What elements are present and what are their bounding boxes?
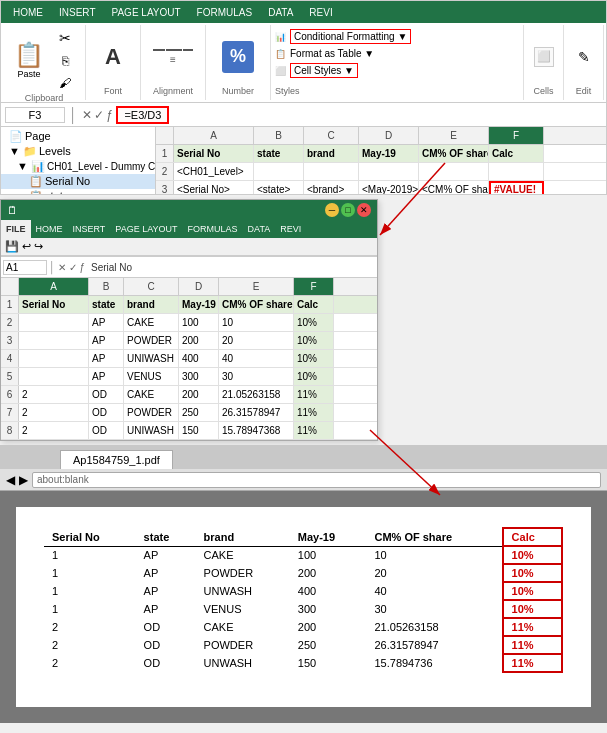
mini-cell-c2[interactable]: CAKE — [124, 314, 179, 331]
mini-tab-home[interactable]: HOME — [31, 222, 68, 236]
mini-tab-revi[interactable]: REVI — [275, 222, 306, 236]
mini-cell-f2[interactable]: 10% — [294, 314, 334, 331]
cell-c1[interactable]: brand — [304, 145, 359, 162]
confirm-formula-icon[interactable]: ✓ — [94, 108, 104, 122]
mini-cell-b8[interactable]: OD — [89, 422, 124, 439]
mini-cell-d1[interactable]: May-19 — [179, 296, 219, 313]
mini-cell-f8[interactable]: 11% — [294, 422, 334, 439]
mini-tab-file[interactable]: FILE — [1, 220, 31, 238]
mini-cell-b2[interactable]: AP — [89, 314, 124, 331]
mini-cell-c3[interactable]: POWDER — [124, 332, 179, 349]
cell-f3[interactable]: #VALUE! — [489, 181, 544, 195]
mini-cell-c5[interactable]: VENUS — [124, 368, 179, 385]
mini-cell-a8[interactable]: 2 — [19, 422, 89, 439]
conditional-formatting-button[interactable]: Conditional Formatting ▼ — [290, 29, 411, 44]
mini-cell-e3[interactable]: 20 — [219, 332, 294, 349]
cell-c3[interactable]: <brand> — [304, 181, 359, 195]
col-header-c[interactable]: C — [304, 127, 359, 144]
mini-cell-b7[interactable]: OD — [89, 404, 124, 421]
mini-col-f[interactable]: F — [294, 278, 334, 295]
mini-cell-e4[interactable]: 40 — [219, 350, 294, 367]
minimize-button[interactable]: ─ — [325, 203, 339, 217]
mini-tab-page-layout[interactable]: PAGE LAYOUT — [110, 222, 182, 236]
tab-data[interactable]: DATA — [260, 5, 301, 20]
cell-a1[interactable]: Serial No — [174, 145, 254, 162]
mini-cell-d2[interactable]: 100 — [179, 314, 219, 331]
browser-forward-icon[interactable]: ▶ — [19, 473, 28, 487]
cell-c2[interactable] — [304, 163, 359, 180]
mini-tab-data[interactable]: DATA — [243, 222, 276, 236]
insert-function-icon[interactable]: ƒ — [106, 108, 113, 122]
cell-a3[interactable]: <Serial No> — [174, 181, 254, 195]
cell-e3[interactable]: <CM% OF share> — [419, 181, 489, 195]
mini-cell-d3[interactable]: 200 — [179, 332, 219, 349]
mini-cell-f6[interactable]: 11% — [294, 386, 334, 403]
mini-cell-d4[interactable]: 400 — [179, 350, 219, 367]
mini-col-a[interactable]: A — [19, 278, 89, 295]
mini-cell-f7[interactable]: 11% — [294, 404, 334, 421]
mini-col-b[interactable]: B — [89, 278, 124, 295]
close-button[interactable]: ✕ — [357, 203, 371, 217]
mini-cell-f3[interactable]: 10% — [294, 332, 334, 349]
col-header-e[interactable]: E — [419, 127, 489, 144]
tab-formulas[interactable]: FORMULAS — [189, 5, 261, 20]
mini-cell-a4[interactable] — [19, 350, 89, 367]
mini-cell-e7[interactable]: 26.31578947 — [219, 404, 294, 421]
cell-styles-button[interactable]: Cell Styles ▼ — [290, 63, 358, 78]
cell-b2[interactable] — [254, 163, 304, 180]
tree-item-levels[interactable]: ▼ 📁Levels — [1, 144, 155, 159]
browser-back-icon[interactable]: ◀ — [6, 473, 15, 487]
mini-cell-d8[interactable]: 150 — [179, 422, 219, 439]
tree-item-page[interactable]: 📄Page — [1, 129, 155, 144]
col-header-d[interactable]: D — [359, 127, 419, 144]
mini-cell-c8[interactable]: UNIWASH — [124, 422, 179, 439]
mini-cell-e6[interactable]: 21.05263158 — [219, 386, 294, 403]
tree-item-state[interactable]: 📋state — [1, 189, 155, 195]
mini-cell-b3[interactable]: AP — [89, 332, 124, 349]
format-table-button[interactable]: Format as Table ▼ — [290, 48, 374, 59]
mini-col-d[interactable]: D — [179, 278, 219, 295]
cell-d2[interactable] — [359, 163, 419, 180]
save-icon[interactable]: 💾 — [5, 240, 19, 253]
mini-col-c[interactable]: C — [124, 278, 179, 295]
tab-home[interactable]: HOME — [5, 5, 51, 20]
mini-tab-formulas[interactable]: FORMULAS — [183, 222, 243, 236]
mini-cell-d5[interactable]: 300 — [179, 368, 219, 385]
mini-cell-c7[interactable]: POWDER — [124, 404, 179, 421]
col-header-b[interactable]: B — [254, 127, 304, 144]
mini-col-e[interactable]: E — [219, 278, 294, 295]
mini-cell-b4[interactable]: AP — [89, 350, 124, 367]
mini-cell-c6[interactable]: CAKE — [124, 386, 179, 403]
mini-cell-e1[interactable]: CM% OF share — [219, 296, 294, 313]
copy-button[interactable]: ⎘ — [51, 51, 79, 71]
redo-icon[interactable]: ↪ — [34, 240, 43, 253]
mini-cell-a3[interactable] — [19, 332, 89, 349]
cell-d3[interactable]: <May-2019> — [359, 181, 419, 195]
browser-address-bar[interactable]: about:blank — [32, 472, 601, 488]
tree-item-serial-no[interactable]: 📋Serial No — [1, 174, 155, 189]
mini-cell-a5[interactable] — [19, 368, 89, 385]
format-painter-button[interactable]: 🖌 — [51, 73, 79, 93]
tree-item-ch01[interactable]: ▼ 📊CH01_Level - Dummy Chart1 — [1, 159, 155, 174]
mini-cell-b1[interactable]: state — [89, 296, 124, 313]
cell-f2[interactable] — [489, 163, 544, 180]
maximize-button[interactable]: □ — [341, 203, 355, 217]
mini-cell-a6[interactable]: 2 — [19, 386, 89, 403]
undo-icon[interactable]: ↩ — [22, 240, 31, 253]
cut-button[interactable]: ✂ — [51, 27, 79, 49]
cell-a2[interactable]: <CH01_Level> — [174, 163, 254, 180]
pdf-tab[interactable]: Ap1584759_1.pdf — [60, 450, 173, 469]
cell-e1[interactable]: CM% OF share — [419, 145, 489, 162]
mini-cell-e2[interactable]: 10 — [219, 314, 294, 331]
cell-e2[interactable] — [419, 163, 489, 180]
mini-cell-c1[interactable]: brand — [124, 296, 179, 313]
mini-cell-e8[interactable]: 15.78947368 — [219, 422, 294, 439]
cell-f1[interactable]: Calc — [489, 145, 544, 162]
mini-cell-a7[interactable]: 2 — [19, 404, 89, 421]
mini-cell-f5[interactable]: 10% — [294, 368, 334, 385]
tab-revi[interactable]: REVI — [301, 5, 340, 20]
mini-tab-insert[interactable]: INSERT — [68, 222, 111, 236]
cancel-formula-icon[interactable]: ✕ — [82, 108, 92, 122]
col-header-a[interactable]: A — [174, 127, 254, 144]
cell-b3[interactable]: <state> — [254, 181, 304, 195]
